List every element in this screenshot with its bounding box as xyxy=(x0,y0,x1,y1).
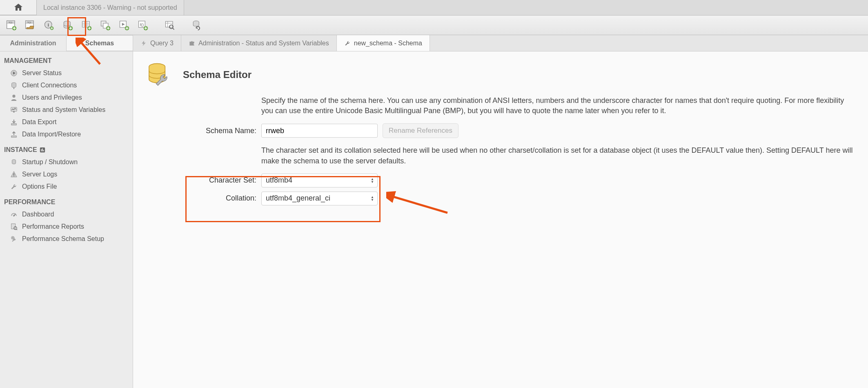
new-view-button[interactable] xyxy=(97,18,114,33)
nav-label: Performance Schema Setup xyxy=(22,235,104,243)
database-plus-icon xyxy=(62,20,73,31)
svg-line-31 xyxy=(173,28,174,30)
connection-tab-label: Local instance 3306 - Warning - not supp… xyxy=(43,4,177,11)
new-procedure-button[interactable] xyxy=(116,18,132,33)
wrench-icon xyxy=(344,40,351,47)
gauge-icon xyxy=(10,210,18,219)
nav-performance-schema-setup[interactable]: Performance Schema Setup xyxy=(0,233,133,245)
collation-dropdown[interactable]: utf8mb4_general_ci ▲▼ xyxy=(261,192,378,205)
svg-rect-46 xyxy=(13,176,14,176)
tab-admin-label: Administration - Status and System Varia… xyxy=(198,40,329,47)
main-area: Query 3 Administration - Status and Syst… xyxy=(133,35,868,388)
nav-dashboard[interactable]: Dashboard xyxy=(0,208,133,221)
nav-data-import[interactable]: Data Import/Restore xyxy=(0,128,133,140)
nav-label: Server Status xyxy=(22,69,62,77)
toolbar: SQL SQL i xyxy=(0,16,868,35)
svg-point-53 xyxy=(12,237,13,239)
info-icon: i xyxy=(43,20,55,31)
schema-name-label: Schema Name: xyxy=(198,127,256,135)
tab-schemas[interactable]: Schemas xyxy=(66,35,133,51)
nav-client-connections[interactable]: Client Connections xyxy=(0,79,133,91)
nav-performance-reports[interactable]: Performance Reports xyxy=(0,221,133,233)
home-tab[interactable] xyxy=(0,0,37,15)
function-plus-icon: f() xyxy=(137,20,149,31)
tab-query[interactable]: Query 3 xyxy=(133,35,181,51)
editor-title: Schema Editor xyxy=(183,69,251,80)
schema-editor-panel: Schema Editor Specify the name of the sc… xyxy=(133,51,868,388)
table-search-icon xyxy=(164,20,176,31)
section-performance: PERFORMANCE xyxy=(0,193,133,208)
nav-label: Data Import/Restore xyxy=(22,131,81,138)
nav-label: Status and System Variables xyxy=(22,106,105,114)
svg-point-38 xyxy=(12,95,15,98)
open-sql-button[interactable]: SQL xyxy=(22,18,38,33)
gear-wrench-icon xyxy=(10,235,18,243)
new-sql-tab-button[interactable]: SQL xyxy=(3,18,20,33)
svg-rect-42 xyxy=(11,136,17,138)
nav-label: Options File xyxy=(22,183,57,190)
svg-rect-45 xyxy=(13,173,14,175)
new-table-button[interactable] xyxy=(78,18,95,33)
connections-icon xyxy=(10,81,18,89)
nav-status-variables[interactable]: Status and System Variables xyxy=(0,104,133,116)
export-icon xyxy=(10,118,18,126)
svg-point-48 xyxy=(13,215,15,216)
svg-text:SQL: SQL xyxy=(9,21,13,23)
nav-label: Data Export xyxy=(22,118,56,126)
sidebar: Administration Schemas MANAGEMENT Server… xyxy=(0,35,133,388)
nav-label: Server Logs xyxy=(22,171,57,178)
report-icon xyxy=(10,223,18,231)
import-icon xyxy=(10,130,18,138)
schema-icon xyxy=(145,60,173,89)
search-table-button[interactable] xyxy=(162,18,178,33)
nav-options-file[interactable]: Options File xyxy=(0,181,133,193)
nav-label: Startup / Shutdown xyxy=(22,158,78,166)
power-icon xyxy=(10,158,18,166)
collation-value: utf8mb4_general_ci xyxy=(266,194,330,203)
tab-query-label: Query 3 xyxy=(150,40,174,47)
inspector-button[interactable]: i xyxy=(41,18,57,33)
reconnect-button[interactable] xyxy=(189,18,205,33)
user-icon xyxy=(10,94,18,102)
play-circle-icon xyxy=(10,69,18,77)
tab-administration-label: Administration xyxy=(10,40,56,47)
nav-server-status[interactable]: Server Status xyxy=(0,67,133,79)
nav-label: Users and Privileges xyxy=(22,94,82,101)
wrench-icon xyxy=(10,183,18,191)
section-management: MANAGEMENT xyxy=(0,51,133,67)
dropdown-arrows-icon: ▲▼ xyxy=(371,178,374,183)
svg-text:i: i xyxy=(48,22,49,27)
svg-rect-12 xyxy=(82,21,90,27)
help-text-name: Specify the name of the schema here. You… xyxy=(261,96,857,116)
section-instance: INSTANCE xyxy=(0,140,133,156)
tab-admin-status[interactable]: Administration - Status and System Varia… xyxy=(181,35,337,51)
monitor-icon xyxy=(10,106,18,114)
rename-references-button[interactable]: Rename References xyxy=(383,123,458,138)
main-tab-bar: Query 3 Administration - Status and Syst… xyxy=(133,35,868,51)
nav-users-privileges[interactable]: Users and Privileges xyxy=(0,91,133,104)
tab-schemas-label: Schemas xyxy=(85,40,114,47)
svg-rect-41 xyxy=(11,124,17,125)
view-plus-icon xyxy=(100,20,111,31)
nav-server-logs[interactable]: Server Logs xyxy=(0,168,133,181)
nav-label: Dashboard xyxy=(22,211,54,218)
puzzle-icon xyxy=(189,40,195,47)
svg-rect-27 xyxy=(166,21,173,27)
help-text-charset: The character set and its collation sele… xyxy=(261,145,857,166)
nav-label: Client Connections xyxy=(22,82,77,89)
sql-open-icon: SQL xyxy=(24,20,36,31)
nav-startup-shutdown[interactable]: Startup / Shutdown xyxy=(0,156,133,168)
instance-badge-icon xyxy=(40,147,45,153)
schema-name-input[interactable] xyxy=(261,124,378,138)
charset-dropdown[interactable]: utf8mb4 ▲▼ xyxy=(261,174,378,187)
connection-tab[interactable]: Local instance 3306 - Warning - not supp… xyxy=(37,0,184,15)
svg-rect-49 xyxy=(11,224,16,229)
svg-line-51 xyxy=(16,229,17,230)
nav-data-export[interactable]: Data Export xyxy=(0,116,133,128)
new-function-button[interactable]: f() xyxy=(135,18,151,33)
new-schema-button[interactable] xyxy=(60,18,76,33)
tab-administration[interactable]: Administration xyxy=(0,35,66,51)
svg-text:SQL: SQL xyxy=(27,21,32,23)
lightning-icon xyxy=(140,40,147,47)
tab-new-schema[interactable]: new_schema - Schema xyxy=(337,35,430,51)
